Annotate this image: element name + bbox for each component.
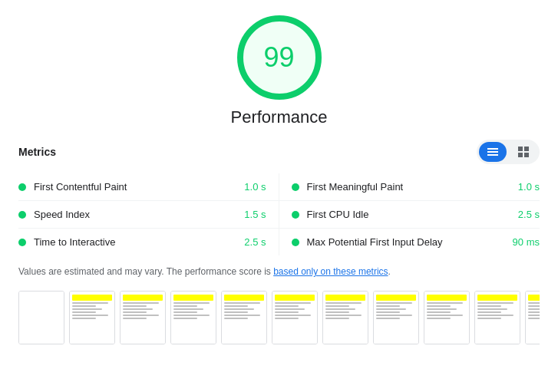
svg-rect-5: [518, 153, 523, 157]
metric-dot: [292, 211, 299, 219]
metrics-note: Values are estimated and may vary. The p…: [18, 265, 540, 278]
filmstrip-frame: [69, 291, 115, 344]
metric-dot: [292, 183, 299, 191]
svg-rect-4: [524, 147, 529, 151]
metric-name: First Meaningful Paint: [307, 181, 512, 193]
metric-name: Speed Index: [34, 209, 238, 220]
metric-dot: [18, 211, 26, 219]
metric-value: 1.0 s: [244, 181, 266, 193]
metric-value: 2.5 s: [518, 209, 540, 220]
metric-row: Max Potential First Input Delay 90 ms: [279, 229, 540, 255]
filmstrip-frame: [120, 291, 166, 344]
metric-dot: [292, 239, 299, 246]
metric-name: First CPU Idle: [307, 209, 512, 220]
filmstrip-frame: [18, 291, 64, 344]
score-section: 99 Performance: [18, 15, 540, 127]
score-number: 99: [263, 41, 294, 74]
metric-value: 90 ms: [513, 236, 540, 248]
metric-row: First CPU Idle 2.5 s: [279, 201, 540, 229]
metrics-grid: First Contentful Paint 1.0 s Speed Index…: [18, 173, 540, 255]
score-circle: 99: [237, 15, 322, 100]
metrics-left-column: First Contentful Paint 1.0 s Speed Index…: [18, 173, 279, 255]
filmstrip-frame: [474, 291, 520, 344]
filmstrip-frame: [272, 291, 318, 344]
metrics-note-link[interactable]: based only on these metrics: [273, 266, 388, 277]
svg-rect-3: [518, 147, 523, 151]
svg-rect-6: [524, 153, 529, 157]
svg-rect-0: [487, 148, 498, 150]
metric-row: Time to Interactive 2.5 s: [18, 229, 279, 255]
metric-dot: [18, 183, 26, 191]
score-label: Performance: [231, 107, 328, 127]
metric-value: 1.5 s: [244, 209, 266, 220]
metrics-right-column: First Meaningful Paint 1.0 s First CPU I…: [279, 173, 540, 255]
view-toggle: [477, 140, 540, 164]
grid-view-button[interactable]: [510, 142, 537, 162]
metric-value: 1.0 s: [518, 181, 540, 193]
metrics-section: Metrics: [18, 140, 540, 278]
filmstrip-frame: [373, 291, 419, 344]
metric-name: Time to Interactive: [34, 236, 238, 248]
filmstrip-frame: [170, 291, 216, 344]
svg-rect-1: [487, 151, 498, 153]
svg-rect-2: [487, 154, 498, 156]
metric-row: First Meaningful Paint 1.0 s: [279, 173, 540, 201]
filmstrip-frame: [322, 291, 368, 344]
metric-dot: [18, 239, 26, 246]
filmstrip-frame: [221, 291, 267, 344]
metric-value: 2.5 s: [244, 236, 266, 248]
filmstrip-frame: [525, 291, 540, 344]
metrics-title: Metrics: [18, 146, 56, 158]
metric-name: First Contentful Paint: [34, 181, 238, 193]
filmstrip-frame: [424, 291, 470, 344]
metric-name: Max Potential First Input Delay: [307, 236, 507, 248]
metrics-header: Metrics: [18, 140, 540, 164]
metric-row: First Contentful Paint 1.0 s: [18, 173, 279, 201]
filmstrip: [18, 291, 540, 348]
metric-row: Speed Index 1.5 s: [18, 201, 279, 229]
list-view-button[interactable]: [479, 142, 507, 162]
